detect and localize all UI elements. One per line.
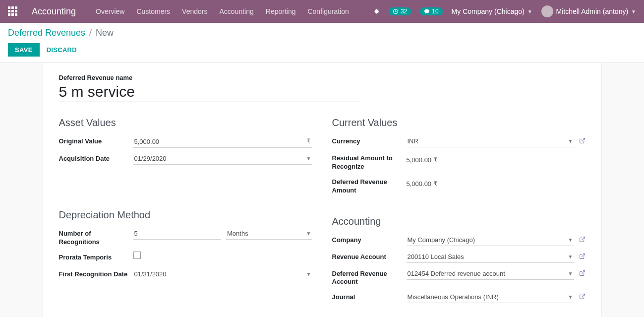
acquisition-date-field[interactable] <box>133 153 312 164</box>
journal-select[interactable]: ▼ <box>407 291 574 303</box>
label-journal: Journal <box>332 291 407 302</box>
external-link-icon[interactable] <box>579 236 585 244</box>
label-deferred-account: Deferred Revenue Account <box>332 268 407 287</box>
activities-indicator[interactable]: 32 <box>389 7 411 15</box>
name-label: Deferred Revenue name <box>59 74 585 81</box>
label-original-value: Original Value <box>59 135 133 146</box>
avatar <box>541 5 553 17</box>
deferred-account-field[interactable] <box>407 268 574 279</box>
breadcrumb-current: New <box>96 28 114 38</box>
breadcrumb: Deferred Revenues / New <box>8 28 636 38</box>
nav-menu: Overview Customers Vendors Accounting Re… <box>96 7 349 15</box>
breadcrumb-sep: / <box>89 28 92 38</box>
chevron-down-icon: ▼ <box>631 9 636 14</box>
company-select[interactable]: ▼ <box>407 234 574 246</box>
external-link-icon[interactable] <box>579 253 585 261</box>
period-unit-field[interactable] <box>226 228 312 239</box>
svg-line-3 <box>582 254 585 256</box>
label-first-recognition: First Recognition Date <box>59 268 133 279</box>
svg-line-1 <box>582 138 585 141</box>
journal-field[interactable] <box>407 291 574 303</box>
nav-configuration[interactable]: Configuration <box>307 7 349 15</box>
label-deferred-amount: Deferred Revenue Amount <box>332 176 407 195</box>
clock-icon <box>393 8 399 14</box>
first-recognition-input[interactable]: ▼ <box>133 268 312 280</box>
section-depreciation: Depreciation Method <box>59 209 312 221</box>
svg-line-2 <box>582 237 585 240</box>
activities-count: 32 <box>401 8 407 15</box>
company-switcher[interactable]: My Company (Chicago) ▼ <box>452 7 532 15</box>
apps-icon[interactable] <box>8 6 18 16</box>
nav-accounting[interactable]: Accounting <box>219 7 253 15</box>
svg-line-5 <box>582 294 585 297</box>
label-currency: Currency <box>332 135 407 146</box>
label-prorata: Prorata Temporis <box>59 252 133 262</box>
user-menu[interactable]: Mitchell Admin (antony) ▼ <box>541 5 636 17</box>
external-link-icon[interactable] <box>579 270 585 278</box>
revenue-account-select[interactable]: ▼ <box>407 251 574 263</box>
currency-field[interactable] <box>407 135 574 147</box>
first-recognition-field[interactable] <box>133 268 312 280</box>
section-accounting: Accounting <box>332 216 585 227</box>
app-brand[interactable]: Accounting <box>32 6 76 17</box>
acquisition-date-input[interactable]: ▼ <box>133 153 312 165</box>
company-name: My Company (Chicago) <box>452 7 525 15</box>
nav-overview[interactable]: Overview <box>96 7 124 15</box>
svg-line-4 <box>582 270 585 273</box>
currency-symbol: ₹ <box>303 135 312 148</box>
user-name: Mitchell Admin (antony) <box>556 7 629 15</box>
label-acquisition-date: Acquisition Date <box>59 153 133 163</box>
original-value-input[interactable] <box>133 136 303 148</box>
messages-count: 10 <box>432 8 438 15</box>
breadcrumb-root[interactable]: Deferred Revenues <box>8 28 85 38</box>
form-sheet: Deferred Revenue name Asset Values Origi… <box>43 63 602 317</box>
company-field[interactable] <box>407 234 574 246</box>
nav-reporting[interactable]: Reporting <box>266 7 296 15</box>
label-revenue-account: Revenue Account <box>332 251 407 261</box>
save-button[interactable]: SAVE <box>8 43 40 57</box>
deferred-amount-value: 5,000.00 ₹ <box>407 178 437 188</box>
name-input[interactable] <box>59 82 361 102</box>
section-current-values: Current Values <box>332 117 585 128</box>
nav-vendors[interactable]: Vendors <box>182 7 207 15</box>
control-bar: Deferred Revenues / New SAVE DISCARD <box>0 23 644 63</box>
deferred-account-select[interactable]: ▼ <box>407 268 574 280</box>
navbar: Accounting Overview Customers Vendors Ac… <box>0 0 644 23</box>
discard-button[interactable]: DISCARD <box>47 46 77 54</box>
messages-indicator[interactable]: 10 <box>420 7 442 15</box>
prorata-checkbox[interactable] <box>133 252 141 259</box>
period-unit-select[interactable]: ▼ <box>226 228 312 240</box>
currency-select[interactable]: ▼ <box>407 135 574 147</box>
nav-customers[interactable]: Customers <box>136 7 170 15</box>
label-num-recognitions: Number of Recognitions <box>59 228 133 247</box>
chevron-down-icon: ▼ <box>527 9 532 14</box>
section-asset-values: Asset Values <box>59 117 312 128</box>
debug-icon[interactable]: ✸ <box>374 7 380 15</box>
external-link-icon[interactable] <box>579 137 585 145</box>
revenue-account-field[interactable] <box>407 251 574 262</box>
label-company: Company <box>332 234 407 245</box>
num-recognitions-input[interactable] <box>133 228 222 240</box>
external-link-icon[interactable] <box>579 293 585 301</box>
residual-value: 5,000.00 ₹ <box>407 154 437 164</box>
label-residual: Residual Amount to Recognize <box>332 152 407 171</box>
chat-icon <box>424 8 430 14</box>
